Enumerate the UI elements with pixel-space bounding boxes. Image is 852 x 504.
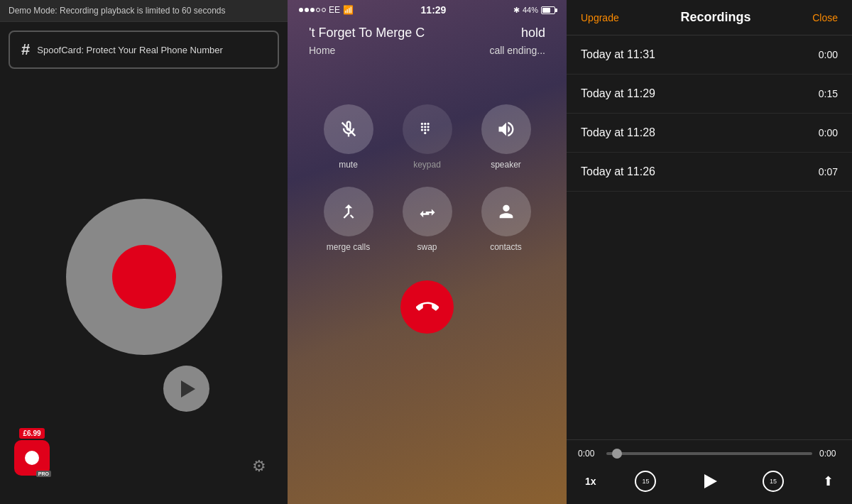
recordings-list: Today at 11:31 0:00 Today at 11:29 0:15 … (567, 35, 852, 439)
demo-banner-text: Demo Mode: Recording playback is limited… (9, 6, 225, 16)
seek-thumb[interactable] (612, 449, 622, 459)
svg-point-4 (420, 126, 422, 128)
total-time: 0:00 (819, 449, 841, 459)
gear-icon[interactable]: ⚙ (252, 457, 266, 476)
keypad-label: keypad (413, 160, 441, 170)
call-buttons-area: mute keypad (288, 62, 567, 266)
battery-icon (541, 6, 555, 14)
record-button[interactable] (112, 245, 176, 309)
pro-badge-container: £6.99 PRO (14, 428, 50, 476)
swap-label: swap (417, 242, 437, 252)
signal-dot-3 (310, 8, 315, 12)
signal-dot-4 (316, 8, 320, 12)
speaker-label: speaker (491, 160, 521, 170)
mute-icon (339, 119, 359, 139)
pro-icon[interactable]: PRO (14, 440, 50, 476)
call-name: Home (309, 45, 335, 56)
recording-item[interactable]: Today at 11:29 0:15 (567, 75, 852, 114)
svg-point-8 (424, 128, 426, 131)
svg-point-2 (424, 123, 426, 125)
contacts-button[interactable] (481, 187, 531, 236)
svg-point-6 (427, 126, 429, 128)
call-header-left: 't Forget To Merge C (309, 26, 425, 40)
bluetooth-icon: ✱ (513, 6, 520, 15)
svg-point-1 (420, 123, 422, 125)
merge-label: merge calls (327, 242, 370, 252)
signal-area: EE 📶 (299, 5, 354, 15)
rewind-label: 15 (642, 478, 649, 485)
recording-time: Today at 11:28 (581, 126, 655, 139)
signal-dot-2 (305, 8, 309, 12)
call-info: 't Forget To Merge C hold Home call endi… (288, 20, 567, 62)
svg-point-10 (424, 132, 426, 134)
current-time: 0:00 (578, 449, 599, 459)
contacts-icon (496, 202, 516, 221)
merge-container: merge calls (309, 187, 388, 252)
svg-point-7 (420, 128, 422, 131)
spoof-ad-text: SpoofCard: Protect Your Real Phone Numbe… (37, 45, 223, 55)
upgrade-button[interactable]: Upgrade (581, 12, 619, 23)
merge-button[interactable] (324, 187, 373, 236)
recording-time: Today at 11:29 (581, 87, 655, 100)
keypad-container: keypad (388, 104, 466, 170)
forward-button[interactable]: 15 (763, 471, 784, 492)
spoof-card-ad[interactable]: # SpoofCard: Protect Your Real Phone Num… (9, 31, 279, 69)
recordings-header: Upgrade Recordings Close (567, 0, 852, 35)
swap-container: swap (388, 187, 466, 252)
contacts-container: contacts (466, 187, 545, 252)
swap-icon (417, 202, 437, 221)
middle-panel: EE 📶 11:29 ✱ 44% 't Forget To Merge C ho… (288, 0, 567, 504)
mute-container: mute (309, 104, 388, 170)
recording-item[interactable]: Today at 11:26 0:07 (567, 153, 852, 192)
play-pause-button[interactable] (695, 467, 723, 495)
recording-duration: 0:15 (819, 88, 838, 99)
speaker-container: speaker (466, 104, 545, 170)
keypad-icon (418, 120, 437, 138)
carrier-label: EE (329, 5, 340, 15)
signal-dot-5 (322, 8, 326, 12)
signal-dots (299, 8, 326, 12)
recording-time: Today at 11:26 (581, 165, 655, 178)
battery-area: ✱ 44% (513, 6, 555, 15)
playback-bar: 0:00 0:00 1x 15 15 ⬆ (567, 439, 852, 504)
svg-point-5 (424, 126, 426, 128)
clock: 11:29 (421, 4, 447, 16)
merge-icon (339, 202, 359, 221)
end-call-button[interactable] (400, 280, 454, 334)
speaker-icon (496, 119, 516, 139)
svg-point-3 (427, 123, 429, 125)
status-bar: EE 📶 11:29 ✱ 44% (288, 0, 567, 20)
left-panel: Demo Mode: Recording playback is limited… (0, 0, 288, 504)
end-call-area (288, 280, 567, 334)
battery-percent: 44% (523, 6, 538, 14)
call-status: call ending... (489, 45, 545, 56)
keypad-button[interactable] (403, 104, 452, 154)
speed-button[interactable]: 1x (585, 476, 596, 487)
record-area: £6.99 PRO ⚙ (0, 77, 288, 504)
end-call-icon (416, 296, 439, 319)
svg-point-9 (427, 128, 429, 131)
price-tag[interactable]: £6.99 (19, 428, 44, 439)
pro-dot (25, 451, 39, 465)
demo-banner: Demo Mode: Recording playback is limited… (0, 0, 288, 22)
rewind-button[interactable]: 15 (635, 471, 656, 492)
battery-fill (542, 8, 550, 13)
recording-duration: 0:07 (819, 166, 838, 177)
call-hold-label: hold (521, 26, 545, 40)
forward-label: 15 (770, 478, 777, 485)
pro-label: PRO (36, 471, 51, 477)
share-button[interactable]: ⬆ (823, 473, 834, 489)
call-subrow: Home call ending... (302, 45, 552, 56)
recordings-title: Recordings (619, 10, 813, 25)
record-outer-circle[interactable] (66, 199, 222, 355)
recording-duration: 0:00 (819, 127, 838, 138)
speaker-button[interactable] (481, 104, 531, 154)
mute-button[interactable] (324, 104, 373, 154)
seek-track[interactable] (606, 452, 812, 455)
recording-item[interactable]: Today at 11:28 0:00 (567, 114, 852, 153)
mute-label: mute (339, 160, 358, 170)
play-button[interactable] (163, 366, 209, 412)
recording-item[interactable]: Today at 11:31 0:00 (567, 35, 852, 75)
close-button[interactable]: Close (812, 12, 838, 23)
swap-button[interactable] (403, 187, 452, 236)
